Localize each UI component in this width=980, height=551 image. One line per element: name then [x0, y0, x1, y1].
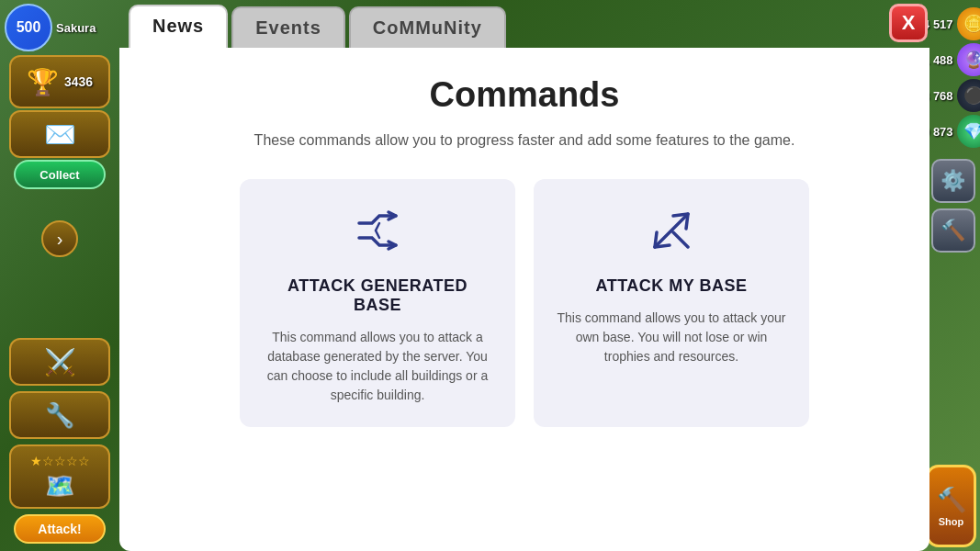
arrow-right-icon: › — [57, 229, 63, 250]
gear-icon: ⚙️ — [941, 169, 965, 193]
gem-resource-icon: 💎 — [957, 115, 980, 148]
player-name: Sakura — [56, 21, 96, 35]
map-icon: 🗺️ — [45, 472, 74, 500]
modal-title: Commands — [156, 75, 893, 115]
attack-button[interactable]: Attack! — [14, 514, 106, 544]
dark-count: 768 — [933, 89, 953, 103]
shop-button[interactable]: 🔨 Shop — [926, 465, 976, 547]
tab-events-label: Events — [255, 17, 321, 38]
shuffle-attack-icon — [354, 207, 401, 264]
tab-community[interactable]: CoMMuNity — [349, 6, 506, 48]
tab-news[interactable]: News — [129, 5, 228, 48]
card-2-desc: This command allows you to attack your o… — [556, 309, 787, 366]
right-sidebar: 44 517 🪙 61 488 🔮 53 768 ⚫ 90 873 💎 ⚙️ 🔨 — [929, 0, 980, 551]
gem-resource-count: 873 — [933, 125, 953, 139]
modal-subtitle: These commands allow you to progress fas… — [156, 129, 893, 152]
trophy-icon: 🏆 — [27, 67, 59, 97]
left-sidebar: 500 Sakura 🏆 3436 ✉️ Collect › ⚔️ 🔧 ★☆☆☆… — [0, 0, 119, 551]
svg-line-1 — [673, 232, 688, 247]
gem-count: 500 — [17, 19, 41, 36]
hammer-shop-icon: 🔨 — [937, 486, 966, 514]
mail-button[interactable]: ✉️ — [9, 110, 110, 158]
gem-badge: 500 — [5, 4, 52, 51]
elixir-count: 488 — [933, 53, 953, 67]
builder-icon: 🔧 — [45, 401, 74, 430]
player-info: 500 Sakura — [5, 4, 115, 51]
bottom-sidebar: ⚔️ 🔧 ★☆☆☆☆ 🗺️ Attack! — [9, 338, 110, 551]
tab-bar: News Events CoMMuNity X — [119, 0, 929, 48]
trophy-count: 3436 — [64, 74, 93, 89]
card-1-desc: This command allows you to attack a data… — [262, 328, 493, 405]
map-card[interactable]: ★☆☆☆☆ 🗺️ — [9, 444, 110, 509]
builder-button[interactable]: 🔧 — [9, 391, 110, 439]
trophy-button[interactable]: 🏆 3436 — [9, 55, 110, 108]
hammer-icon: 🔨 — [941, 219, 965, 242]
attack-label: Attack! — [38, 522, 81, 536]
modal-overlay: News Events CoMMuNity X Commands These c… — [119, 0, 929, 551]
command-cards-row: ATTACK GENERATED BASE This command allow… — [156, 179, 893, 427]
stars-display: ★☆☆☆☆ — [30, 454, 90, 468]
card-2-title: ATTACK MY BASE — [595, 276, 747, 296]
dark-icon: ⚫ — [957, 79, 980, 112]
gold-icon: 🪙 — [957, 7, 980, 40]
settings-button[interactable]: ⚙️ — [931, 159, 975, 203]
collect-label: Collect — [39, 168, 79, 182]
command-card-mybase: ATTACK MY BASE This command allows you t… — [534, 179, 809, 427]
right-action-buttons: ⚙️ 🔨 — [931, 159, 979, 253]
mail-icon: ✉️ — [44, 119, 76, 150]
modal-content: Commands These commands allow you to pro… — [119, 48, 929, 551]
target-attack-icon — [648, 207, 695, 264]
close-button[interactable]: X — [889, 4, 928, 42]
gold-count: 517 — [933, 17, 953, 31]
elixir-icon: 🔮 — [957, 43, 980, 76]
close-icon: X — [902, 11, 916, 35]
tab-community-label: CoMMuNity — [373, 17, 482, 38]
tab-news-label: News — [152, 16, 204, 36]
collect-button[interactable]: Collect — [14, 160, 106, 189]
nav-arrow[interactable]: › — [41, 220, 78, 257]
tab-events[interactable]: Events — [231, 6, 345, 48]
attack-sword-button[interactable]: ⚔️ — [9, 338, 110, 386]
command-card-generated: ATTACK GENERATED BASE This command allow… — [240, 179, 515, 427]
help-button[interactable]: 🔨 — [931, 208, 975, 253]
card-1-title: ATTACK GENERATED BASE — [262, 276, 493, 315]
sword-icon: ⚔️ — [44, 347, 76, 377]
shop-label: Shop — [939, 516, 964, 527]
spacer — [9, 191, 110, 219]
